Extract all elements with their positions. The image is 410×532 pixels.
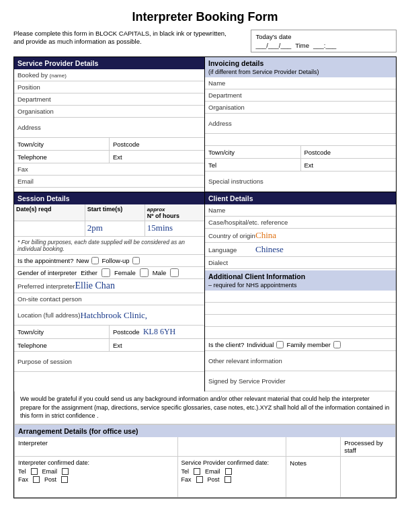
- address-label-sp: Address: [17, 124, 65, 131]
- location-value: Hatchbrook Clinic,: [80, 310, 147, 321]
- individual-checkbox[interactable]: [276, 341, 284, 348]
- client-name-row: Name: [205, 204, 396, 217]
- town-session: Town/city: [14, 326, 110, 338]
- department-label-inv: Department: [208, 91, 255, 99]
- additional-header: Additional Client Information – required…: [205, 270, 396, 291]
- email-row-sp: Email: [14, 176, 204, 188]
- onsite-label: On-site contact person: [17, 295, 82, 303]
- followup-checkbox[interactable]: [132, 257, 140, 264]
- sp-tel-label: Tel: [181, 468, 190, 475]
- session-header: Session Details: [14, 192, 204, 204]
- either-checkbox[interactable]: [101, 268, 110, 277]
- ic-email-checkbox[interactable]: [62, 468, 69, 475]
- booked-by-label: Booked by (name): [17, 71, 67, 79]
- date-slash-field: ___/___/___: [255, 42, 291, 49]
- other-info-label: Other relevant information: [208, 357, 282, 365]
- client-section: Client Details Name Case/hospital/etc. r…: [205, 192, 396, 269]
- fax-label-sp: Fax: [17, 165, 65, 173]
- ic-tel-checkbox[interactable]: [31, 468, 38, 475]
- hours-value: 15mins: [145, 221, 204, 236]
- new-checkbox[interactable]: [91, 257, 99, 264]
- female-checkbox[interactable]: [140, 268, 149, 277]
- right-column: Client Details Name Case/hospital/etc. r…: [205, 192, 396, 391]
- service-provider-section: Service Provider Details Booked by (name…: [14, 57, 205, 192]
- special-instructions-label: Special instructions: [208, 178, 263, 185]
- purpose-row: Purpose of session: [14, 352, 204, 372]
- individual-label: Individual: [247, 341, 274, 348]
- case-ref-label: Case/hospital/etc. reference: [208, 219, 288, 226]
- add4-row: [205, 327, 396, 339]
- notes-label: Notes: [290, 459, 306, 467]
- name-label-inv: Name: [208, 79, 255, 87]
- location-label: Location (full address): [17, 311, 80, 319]
- client-header: Client Details: [205, 192, 396, 204]
- preferred-label: Preferred interpreter: [17, 282, 75, 290]
- sp-fax-checkbox[interactable]: [196, 476, 203, 483]
- add1-row: [205, 291, 396, 303]
- dialect-label: Dialect: [208, 259, 255, 266]
- department-label-sp: Department: [17, 96, 65, 103]
- sp-email-checkbox[interactable]: [225, 468, 232, 475]
- interpreter-confirmed-cell: Interpreter confirmed date: Tel Email Fa…: [15, 457, 178, 497]
- country-value: China: [255, 230, 276, 241]
- sp-post-label: Post: [208, 476, 220, 483]
- department-row-inv: Department: [205, 89, 396, 102]
- ic-post-checkbox[interactable]: [61, 476, 68, 483]
- appointment-row: Is the appointment? New Follow-up: [14, 255, 204, 267]
- organisation-label-inv: Organisation: [208, 104, 255, 111]
- organisation-row-inv: Organisation: [205, 102, 396, 114]
- ic-tel-label: Tel: [18, 468, 26, 475]
- either-label: Either: [81, 269, 97, 276]
- country-row: Country of origin China: [205, 229, 396, 243]
- ic-fax-label: Fax: [18, 476, 28, 483]
- ic-fax-checkbox[interactable]: [33, 476, 40, 483]
- add2-row: [205, 303, 396, 315]
- postcode-session: Postcode KL8 6YH: [110, 326, 204, 338]
- ic-email-label: Email: [42, 468, 58, 475]
- family-member-label: Family member: [286, 341, 330, 348]
- date-time-box: Today's date ___/___/___ Time ___:___: [251, 30, 397, 52]
- instructions-text: Please complete this form in BLOCK CAPIT…: [13, 30, 236, 52]
- invoicing-header: Invoicing details (if different from Ser…: [205, 57, 396, 77]
- tel-ext-inv: Tel Ext: [205, 159, 396, 172]
- name-row-inv: Name: [205, 77, 396, 89]
- tel-ext-sp: Telephone Ext: [14, 151, 204, 163]
- date-value: [14, 221, 85, 236]
- town-postcode-inv: Town/city Postcode: [205, 146, 396, 159]
- new-label: New: [76, 257, 89, 264]
- sp-fax-label: Fax: [181, 476, 192, 483]
- female-label: Female: [114, 269, 136, 276]
- email-label-sp: Email: [17, 178, 65, 185]
- signed-label: Signed by Service Provider: [208, 377, 286, 385]
- start-value: 2pm: [85, 221, 145, 236]
- organisation-row-sp: Organisation: [14, 106, 204, 118]
- is-client-label: Is the client?: [208, 341, 244, 348]
- sp-post-checkbox[interactable]: [224, 476, 231, 483]
- town-sp: Town/city: [14, 138, 110, 150]
- office-use-section: Arrangement Details (for office use) Int…: [14, 424, 396, 498]
- sp-tel-checkbox[interactable]: [194, 468, 200, 475]
- postcode-inv: Postcode: [301, 146, 397, 158]
- address-row2-inv: [205, 134, 396, 146]
- followup-label: Follow-up: [101, 257, 129, 264]
- processed-by-label: Processed by staff: [341, 437, 395, 456]
- client-name-label: Name: [208, 206, 255, 214]
- gender-label: Gender of interpreter: [17, 269, 77, 276]
- fax-row-sp: Fax: [14, 163, 204, 176]
- sp-email-label: Email: [205, 468, 220, 475]
- male-checkbox[interactable]: [170, 268, 179, 277]
- family-member-checkbox[interactable]: [333, 341, 341, 348]
- page-title: Interpreter Booking Form: [13, 10, 397, 24]
- notes-empty: [286, 437, 341, 456]
- interpreter-confirmed-label: Interpreter confirmed date:: [18, 459, 174, 466]
- purpose-label: Purpose of session: [17, 358, 72, 365]
- town-inv: Town/city: [205, 146, 301, 158]
- additional-client-section: Additional Client Information – required…: [205, 270, 396, 391]
- appointment-label: Is the appointment?: [17, 257, 73, 264]
- language-value: Chinese: [255, 244, 284, 255]
- male-label: Male: [153, 269, 167, 276]
- service-provider-header: Service Provider Details: [14, 57, 204, 69]
- position-row: Position: [14, 81, 204, 93]
- booked-by-row: Booked by (name): [14, 69, 204, 81]
- onsite-contact-row: On-site contact person: [14, 293, 204, 305]
